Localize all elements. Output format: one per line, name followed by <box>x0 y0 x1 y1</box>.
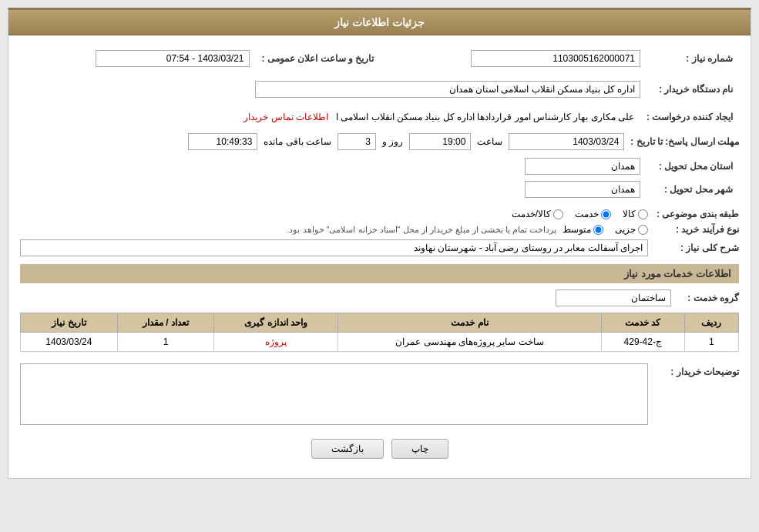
need-number-label: شماره نیاز : <box>646 47 739 70</box>
radio-motevaset[interactable]: متوسط <box>563 224 603 235</box>
radio-kala-label: کالا <box>623 209 636 219</box>
buyer-desc-label: توضیحات خریدار : <box>654 363 739 377</box>
reply-date-value: 1403/03/24 <box>509 133 624 150</box>
radio-kala[interactable]: کالا <box>623 209 648 219</box>
reply-remaining-label: ساعت باقی مانده <box>264 136 331 147</box>
col-service-code: کد خدمت <box>601 313 684 333</box>
need-number-value: 1103005162000071 <box>471 50 640 67</box>
radio-khedmat[interactable]: خدمت <box>575 209 611 219</box>
services-section-title: اطلاعات خدمات مورد نیاز <box>20 264 739 283</box>
radio-kala-khedmat[interactable]: کالا/خدمت <box>512 209 563 219</box>
process-note: پرداخت تمام یا بخشی از مبلغ خریدار از مح… <box>287 225 556 235</box>
col-date: تاریخ نیاز <box>21 313 118 333</box>
col-unit: واحد اندازه گیری <box>214 313 338 333</box>
announce-date-label: تاریخ و ساعت اعلان عمومی : <box>256 47 390 70</box>
radio-kala-khedmat-input[interactable] <box>553 209 563 219</box>
reply-days-value: 3 <box>338 133 376 150</box>
process-label: نوع فرآیند خرید : <box>654 224 739 235</box>
reply-time-value: 19:00 <box>409 133 471 150</box>
radio-motevaset-input[interactable] <box>593 225 603 235</box>
cell-unit: پروژه <box>214 333 338 352</box>
services-table: ردیف کد خدمت نام خدمت واحد اندازه گیری ت… <box>20 313 739 352</box>
buyer-org-label: نام دستگاه خریدار : <box>646 78 739 101</box>
radio-khedmat-input[interactable] <box>601 209 611 219</box>
city-value: همدان <box>525 181 640 198</box>
announce-date-value: 1403/03/21 - 07:54 <box>96 50 250 67</box>
radio-jozyi-label: جزیی <box>615 224 636 235</box>
reply-remaining-value: 10:49:33 <box>188 133 257 150</box>
cell-date: 1403/03/24 <box>21 333 118 352</box>
radio-khedmat-label: خدمت <box>575 209 599 219</box>
cell-service-code: ج-42-429 <box>601 333 684 352</box>
radio-motevaset-label: متوسط <box>563 224 591 235</box>
creator-link[interactable]: اطلاعات تماس خریدار <box>243 112 328 122</box>
radio-jozyi-input[interactable] <box>638 225 648 235</box>
col-row-num: ردیف <box>684 313 738 333</box>
cell-quantity: 1 <box>117 333 214 352</box>
radio-kala-khedmat-label: کالا/خدمت <box>512 209 551 219</box>
print-button[interactable]: چاپ <box>391 439 448 459</box>
description-value: اجرای آسفالت معابر در روستای رضی آباد - … <box>20 239 648 256</box>
back-button[interactable]: بازگشت <box>311 439 384 459</box>
province-label: استان محل تحویل : <box>646 155 739 178</box>
reply-date-label: مهلت ارسال پاسخ: تا تاریخ : <box>630 136 739 147</box>
cell-row-num: 1 <box>684 333 738 352</box>
col-quantity: تعداد / مقدار <box>117 313 214 333</box>
radio-kala-input[interactable] <box>638 209 648 219</box>
reply-time-label: ساعت <box>477 136 502 147</box>
buyer-org-value: اداره کل بنیاد مسکن انقلاب اسلامی استان … <box>255 81 640 98</box>
cell-service-name: ساخت سایر پروژه‌های مهندسی عمران <box>338 333 601 352</box>
buyer-desc-input[interactable] <box>20 363 648 425</box>
button-row: چاپ بازگشت <box>20 439 739 459</box>
category-options: کالا خدمت کالا/خدمت <box>512 209 648 219</box>
description-label: شرح کلی نیاز : <box>654 239 739 253</box>
creator-label: ایجاد کننده درخواست : <box>640 109 739 125</box>
page-title: جزئیات اطلاعات نیاز <box>8 10 751 35</box>
group-service-value: ساختمان <box>556 289 671 306</box>
province-value: همدان <box>525 158 640 175</box>
process-options: جزیی متوسط <box>563 224 648 235</box>
group-service-label: گروه خدمت : <box>677 293 739 303</box>
category-label: طبقه بندی موضوعی : <box>654 209 739 219</box>
creator-value: علی مکاری بهار کارشناس امور قراردادها اد… <box>336 112 634 122</box>
city-label: شهر محل تحویل : <box>646 178 739 201</box>
table-row: 1 ج-42-429 ساخت سایر پروژه‌های مهندسی عم… <box>21 333 739 352</box>
reply-days-label: روز و <box>382 136 403 147</box>
radio-jozyi[interactable]: جزیی <box>615 224 648 235</box>
col-service-name: نام خدمت <box>338 313 601 333</box>
